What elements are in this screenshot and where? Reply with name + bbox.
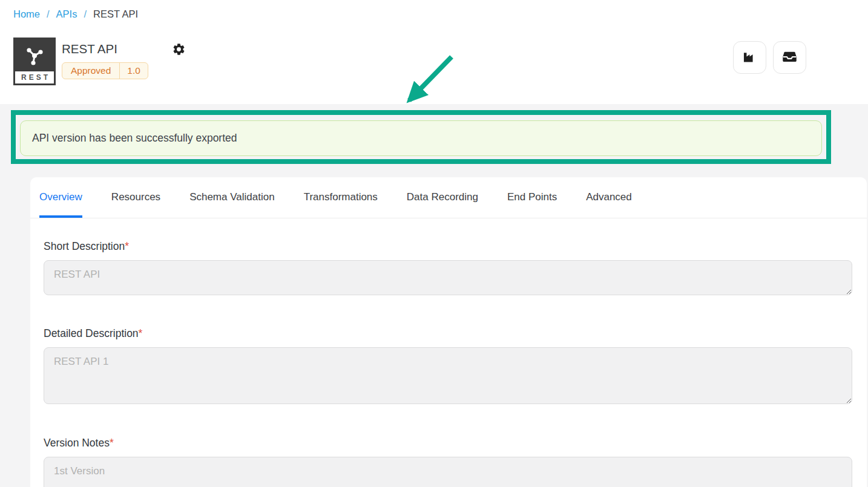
version-badge: 1.0 bbox=[119, 63, 148, 79]
breadcrumb-current: REST API bbox=[93, 8, 138, 20]
api-logo-label: REST bbox=[15, 71, 54, 83]
tab-bar: Overview Resources Schema Validation Tra… bbox=[30, 177, 867, 218]
breadcrumb-apis-link[interactable]: APIs bbox=[56, 8, 77, 20]
detailed-description-input[interactable] bbox=[44, 347, 852, 404]
short-description-input[interactable] bbox=[44, 260, 852, 295]
breadcrumb: Home / APIs / REST API bbox=[13, 8, 138, 20]
tab-overview[interactable]: Overview bbox=[39, 177, 82, 218]
short-description-label: Short Description* bbox=[44, 240, 852, 253]
api-detail-card: Overview Resources Schema Validation Tra… bbox=[30, 177, 867, 487]
detailed-description-label-text: Detailed Description bbox=[44, 327, 139, 339]
required-marker: * bbox=[139, 327, 143, 339]
tab-data-recording[interactable]: Data Recording bbox=[407, 177, 478, 218]
success-alert-message: API version has been successfully export… bbox=[32, 132, 237, 145]
settings-gear-icon[interactable] bbox=[171, 42, 186, 57]
version-notes-label: Version Notes* bbox=[44, 437, 852, 449]
required-marker: * bbox=[110, 437, 114, 449]
success-alert: API version has been successfully export… bbox=[20, 120, 822, 156]
inbox-icon bbox=[781, 48, 798, 67]
analytics-factory-button[interactable] bbox=[733, 41, 766, 74]
required-marker: * bbox=[125, 240, 129, 252]
api-thumbnail: REST bbox=[13, 38, 56, 85]
header-toolbar bbox=[733, 41, 806, 74]
overview-form: Short Description* Detailed Description*… bbox=[30, 218, 867, 487]
tab-transformations[interactable]: Transformations bbox=[304, 177, 378, 218]
tab-resources[interactable]: Resources bbox=[111, 177, 160, 218]
status-badge: Approved bbox=[62, 63, 119, 79]
page-header: Home / APIs / REST API REST RE bbox=[0, 0, 868, 104]
short-description-label-text: Short Description bbox=[44, 240, 125, 252]
page-title: REST API bbox=[62, 42, 117, 56]
version-notes-input[interactable] bbox=[44, 457, 852, 487]
api-badges: Approved 1.0 bbox=[62, 62, 148, 79]
breadcrumb-home-link[interactable]: Home bbox=[13, 8, 40, 20]
tab-schema-validation[interactable]: Schema Validation bbox=[189, 177, 275, 218]
breadcrumb-separator: / bbox=[47, 8, 50, 20]
factory-chart-icon bbox=[741, 48, 758, 67]
inbox-button[interactable] bbox=[773, 41, 806, 74]
detailed-description-label: Detailed Description* bbox=[44, 327, 852, 340]
tab-advanced[interactable]: Advanced bbox=[586, 177, 632, 218]
tab-end-points[interactable]: End Points bbox=[507, 177, 557, 218]
version-notes-label-text: Version Notes bbox=[44, 437, 110, 449]
breadcrumb-separator: / bbox=[84, 8, 87, 20]
